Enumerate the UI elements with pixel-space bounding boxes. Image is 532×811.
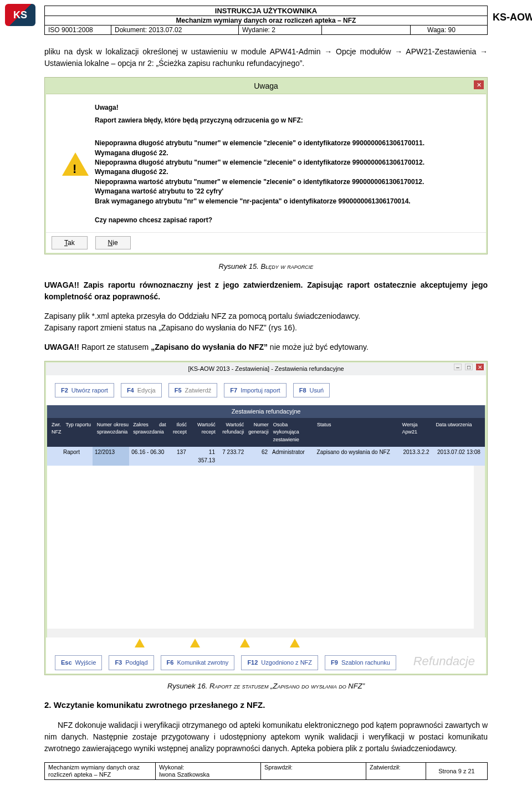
tak-button[interactable]: Tak bbox=[52, 236, 88, 249]
btn-f4[interactable]: F4Edycja bbox=[121, 383, 162, 398]
paragraph-nfz-walidacja: NFZ dokonuje walidacji i weryfikacji otr… bbox=[44, 720, 488, 754]
paragraph-zapis: Zapisany plik *.xml apteka przesyła do O… bbox=[44, 310, 488, 334]
caption-15: Rysunek 15. Błędy w raporcie bbox=[44, 261, 488, 272]
app-titlebar: [KS-AOW 2013 - Zestawienia] - Zestawieni… bbox=[46, 363, 486, 375]
arrow-icon bbox=[135, 639, 145, 647]
close-icon[interactable]: ✕ bbox=[474, 80, 484, 89]
table-blank-area bbox=[47, 466, 485, 637]
arrows-row bbox=[46, 637, 486, 649]
btn-f9[interactable]: F9Szablon rachunku bbox=[325, 655, 396, 670]
logo: KS bbox=[5, 4, 35, 26]
table-row[interactable]: Raport 12/2013 06.16 - 06.30 137 11 357.… bbox=[47, 447, 485, 466]
btn-f6[interactable]: F6Komunikat zwrotny bbox=[161, 655, 235, 670]
btn-f3[interactable]: F3Podgląd bbox=[109, 655, 154, 670]
maximize-icon[interactable]: □ bbox=[465, 364, 473, 370]
toolbar-top: F2Utwórz raport F4Edycja F5Zatwierdź F7I… bbox=[46, 375, 486, 406]
close-icon[interactable]: ✕ bbox=[476, 364, 484, 370]
header-dokument: Dokument: 2013.07.02 bbox=[111, 25, 239, 34]
btn-f5[interactable]: F5Zatwierdź bbox=[168, 383, 218, 398]
page-footer: Mechanizm wymiany danych orazrozliczeń a… bbox=[44, 762, 488, 780]
dialog-uwaga: Uwaga ✕ Uwaga! Raport zawiera błędy, któ… bbox=[44, 77, 488, 254]
page-header: KS KS-AOW INSTRUKCJA UŻYTKOWNIKA Mechani… bbox=[44, 6, 488, 35]
dialog-message: Uwaga! Raport zawiera błędy, które będą … bbox=[95, 103, 476, 226]
table-header: Zwr. NFZ Typ raportu Numer okresu sprawo… bbox=[47, 418, 485, 447]
btn-f7[interactable]: F7Importuj raport bbox=[224, 383, 286, 398]
header-title-2: Mechanizm wymiany danych oraz rozliczeń … bbox=[45, 16, 487, 25]
minimize-icon[interactable]: – bbox=[454, 364, 462, 370]
caption-16: Rysunek 16. Raport ze statusem „Zapisano… bbox=[44, 681, 488, 692]
btn-esc[interactable]: EscWyjście bbox=[55, 655, 102, 670]
dialog-title: Uwaga ✕ bbox=[46, 79, 486, 94]
nie-button[interactable]: Nie bbox=[95, 236, 131, 249]
arrow-icon bbox=[240, 639, 250, 647]
header-right-label: KS-AOW bbox=[493, 12, 532, 23]
header-waga: Waga: 90 bbox=[411, 25, 487, 34]
arrow-icon bbox=[190, 639, 200, 647]
header-title-1: INSTRUKCJA UŻYTKOWNIKA bbox=[45, 6, 487, 16]
paragraph-intro: pliku na dysk w lokalizacji określonej w… bbox=[44, 46, 488, 69]
btn-f2[interactable]: F2Utwórz raport bbox=[55, 383, 114, 398]
paragraph-uwaga2: UWAGA!! Raport ze statusem „Zapisano do … bbox=[44, 341, 488, 353]
toolbar-bottom: EscWyjście F3Podgląd F6Komunikat zwrotny… bbox=[46, 649, 486, 674]
app-window: [KS-AOW 2013 - Zestawienia] - Zestawieni… bbox=[44, 361, 488, 675]
btn-f12[interactable]: F12Uzgodniono z NFZ bbox=[241, 655, 318, 670]
arrow-icon bbox=[290, 639, 300, 647]
watermark: Refundacje bbox=[413, 652, 475, 670]
paragraph-uwaga1: UWAGA!! Zapis raportu równoznaczny jest … bbox=[44, 279, 488, 303]
table-title: Zestawienia refundacyjne bbox=[47, 405, 485, 418]
btn-f8[interactable]: F8Usuń bbox=[293, 383, 330, 398]
warning-icon bbox=[56, 103, 95, 226]
header-wydanie: Wydanie: 2 bbox=[239, 25, 322, 34]
header-iso: ISO 9001:2008 bbox=[45, 25, 111, 34]
section-2-heading: 2. Wczytanie komunikatu zwrotnego przesł… bbox=[44, 699, 488, 712]
